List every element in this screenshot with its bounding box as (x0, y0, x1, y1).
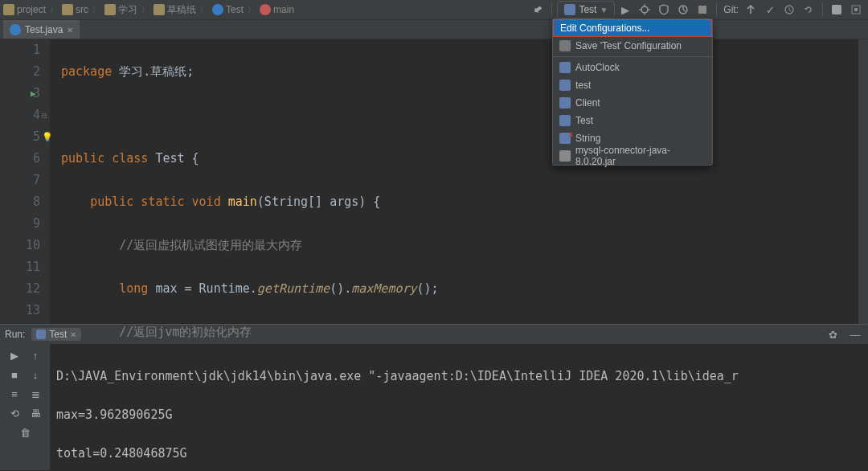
toolbar-divider (822, 2, 823, 17)
editor-scrollbar[interactable] (858, 39, 868, 324)
class-name: Test (155, 151, 191, 166)
rerun-button[interactable]: ▶ (6, 347, 23, 363)
run-tab-label: Test (49, 329, 67, 340)
code-editor[interactable]: 1 2 3 4 5 6 7 8 9 10 11 12 13 package 学习… (0, 39, 868, 324)
java-class-icon (10, 24, 21, 35)
app-icon (36, 330, 46, 339)
run-tab[interactable]: Test ✕ (31, 328, 81, 341)
close-icon[interactable]: ✕ (70, 330, 76, 339)
git-revert-button[interactable] (800, 1, 817, 18)
keyword: package (61, 64, 119, 79)
dropdown-config-item[interactable]: test (553, 76, 712, 94)
save-icon (559, 40, 571, 51)
minimize-icon[interactable]: — (847, 326, 863, 342)
profile-button[interactable] (674, 1, 692, 18)
svg-point-0 (641, 6, 648, 13)
pin-button[interactable]: ⟲ (6, 405, 23, 421)
breadcrumb-method[interactable]: main (260, 4, 294, 15)
settings-icon[interactable]: ✿ (825, 326, 841, 342)
console-line: D:\JAVA_Environment\jdk\jdk14\bin\java.e… (56, 367, 862, 386)
run-config-selector[interactable]: Test ▼ (557, 1, 615, 18)
line-number: 9 (0, 213, 40, 235)
up-button[interactable]: ↑ (27, 347, 43, 363)
editor-gutter[interactable]: 1 2 3 4 5 6 7 8 9 10 11 12 13 (0, 39, 50, 324)
run-title: Run: (5, 329, 25, 340)
run-button[interactable]: ▶ (616, 1, 634, 18)
editor-tab-test[interactable]: Test.java ✕ (3, 20, 80, 39)
line-number: 2 (0, 61, 40, 83)
method-name: main (228, 195, 257, 209)
dropdown-edit-configurations[interactable]: Edit Configurations... (553, 19, 712, 37)
line-number: 8 (0, 191, 40, 213)
top-navigation-bar: project 〉 src 〉 学习 〉 草稿纸 〉 Test 〉 main T… (0, 0, 868, 20)
keyword: public class (61, 151, 155, 166)
editor-tab-label: Test.java (25, 24, 63, 35)
dropdown-config-item[interactable]: AutoClock (553, 59, 712, 76)
dropdown-label: Client (575, 97, 600, 109)
breadcrumb-class[interactable]: Test (212, 4, 244, 15)
dropdown-save-configuration[interactable]: Save 'Test' Configuration (553, 37, 712, 55)
breadcrumb-label: project (17, 4, 46, 15)
run-side-toolbar: ▶↑ ■↓ ≡≣ ⟲🖶 🗑 (0, 344, 50, 470)
dropdown-config-item[interactable]: Client (553, 94, 712, 112)
console-output[interactable]: D:\JAVA_Environment\jdk\jdk14\bin\java.e… (50, 344, 868, 470)
breadcrumb-label: main (273, 4, 294, 15)
debug-button[interactable] (636, 1, 653, 18)
keyword: long (119, 281, 155, 296)
close-icon[interactable]: ✕ (67, 26, 73, 35)
git-commit-button[interactable]: ✓ (761, 1, 779, 18)
down-button[interactable]: ↓ (27, 367, 43, 383)
build-button[interactable] (529, 1, 547, 18)
keyword: void (192, 195, 228, 209)
run-tool-window: Run: Test ✕ ✿ — ▶↑ ■↓ ≡≣ ⟲🖶 🗑 D:\JAVA_En… (0, 324, 868, 469)
run-config-name: Test (579, 4, 596, 15)
git-history-button[interactable] (780, 1, 798, 18)
breadcrumb-package2[interactable]: 草稿纸 (154, 3, 196, 17)
dropdown-config-item[interactable]: mysql-connector-java-8.0.20.jar (553, 147, 712, 165)
breadcrumb-project[interactable]: project (3, 4, 46, 15)
breadcrumb-separator: 〉 (245, 3, 258, 17)
app-icon (564, 4, 575, 15)
jar-icon (559, 150, 571, 162)
print-button[interactable]: 🖶 (27, 405, 43, 421)
breadcrumb-separator: 〉 (198, 3, 211, 17)
wrap-button[interactable]: ≣ (27, 386, 43, 402)
toolbar-divider (551, 2, 552, 17)
breadcrumb-label: 学习 (118, 3, 137, 17)
breadcrumb-label: 草稿纸 (167, 3, 196, 17)
stop-button[interactable] (694, 1, 711, 18)
app-icon (559, 97, 571, 109)
dropdown-label: Test (575, 115, 593, 126)
toolbar-divider (716, 2, 717, 17)
search-everywhere-button[interactable] (847, 1, 865, 18)
dropdown-label: AutoClock (575, 62, 620, 73)
method-call: getRuntime (257, 281, 330, 296)
breadcrumb-separator: 〉 (47, 3, 60, 17)
dropdown-config-item[interactable]: Test (553, 112, 712, 129)
breadcrumb-src[interactable]: src (62, 4, 88, 15)
dropdown-label: String (575, 133, 600, 144)
breadcrumb-label: Test (226, 4, 244, 15)
stop-button[interactable]: ■ (6, 367, 23, 383)
run-body: ▶↑ ■↓ ≡≣ ⟲🖶 🗑 D:\JAVA_Environment\jdk\jd… (0, 344, 868, 470)
method-call: maxMemory (351, 281, 416, 296)
toolbar-right: Test ▼ ▶ Git: ✓ (529, 1, 865, 18)
code-text: 学习.草稿纸; (119, 64, 194, 79)
line-number: 13 (0, 300, 40, 322)
dropdown-separator (553, 56, 712, 57)
coverage-button[interactable] (655, 1, 673, 18)
avatar-button[interactable] (828, 1, 845, 18)
breadcrumb-package1[interactable]: 学习 (104, 3, 137, 17)
git-update-button[interactable] (742, 1, 760, 18)
line-number: 7 (0, 170, 40, 191)
line-number: 10 (0, 235, 40, 256)
class-icon (212, 4, 223, 15)
code-text: (); (417, 281, 439, 296)
line-number: 1 (0, 39, 40, 61)
dropdown-label: mysql-connector-java-8.0.20.jar (575, 145, 706, 167)
delete-button[interactable]: 🗑 (17, 424, 33, 440)
app-icon (559, 62, 571, 73)
layout-button[interactable]: ≡ (6, 386, 23, 402)
keyword: public static (90, 195, 191, 209)
svg-rect-10 (854, 8, 858, 11)
